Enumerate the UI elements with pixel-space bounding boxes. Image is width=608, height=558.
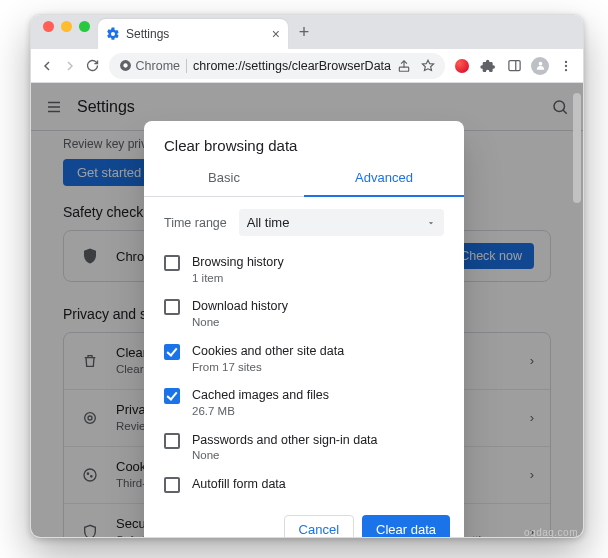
option-label: Autofill form data [192,476,286,493]
back-button[interactable] [37,53,58,79]
tab-title: Settings [126,27,266,41]
time-range-value: All time [247,215,290,230]
clear-data-button[interactable]: Clear data [362,515,450,538]
chrome-scheme-chip: Chrome [119,59,180,73]
svg-point-7 [565,64,567,66]
checkbox[interactable] [164,388,180,404]
window-controls [39,21,98,40]
tab-advanced[interactable]: Advanced [304,160,464,197]
checkbox[interactable] [164,299,180,315]
reload-button[interactable] [82,53,103,79]
svg-point-5 [538,62,542,66]
opera-extension-icon[interactable] [451,55,473,77]
scheme-label: Chrome [136,59,180,73]
new-tab-button[interactable]: + [292,20,316,44]
forward-button[interactable] [60,53,81,79]
dialog-body: Time range All time Browsing history1 it… [144,197,464,505]
browser-toolbar: Chrome chrome://settings/clearBrowserDat… [31,49,583,83]
window-maximize-button[interactable] [79,21,90,32]
browser-window: Settings × + Chrome chrome://settings/cl… [30,14,584,538]
chevron-down-icon [426,218,436,228]
dialog-option-row[interactable]: Browsing history1 item [164,248,444,292]
option-label: Cached images and files [192,387,329,404]
dialog-options-list: Browsing history1 itemDownload historyNo… [164,248,444,499]
option-sublabel: 26.7 MB [192,404,329,420]
option-sublabel: None [192,315,288,331]
avatar-icon [531,57,549,75]
svg-rect-2 [399,67,408,71]
option-sublabel: From 17 sites [192,360,344,376]
checkbox[interactable] [164,344,180,360]
svg-point-1 [123,63,127,67]
bookmark-icon[interactable] [421,59,435,73]
url-text: chrome://settings/clearBrowserData [193,59,391,73]
checkbox[interactable] [164,433,180,449]
chrome-icon [119,59,132,72]
option-sublabel: None [192,448,378,464]
address-bar[interactable]: Chrome chrome://settings/clearBrowserDat… [109,53,445,79]
option-sublabel: 1 item [192,271,284,287]
omnibox-divider [186,59,187,73]
option-label: Browsing history [192,254,284,271]
dialog-option-row[interactable]: Cached images and files26.7 MB [164,381,444,425]
cancel-button[interactable]: Cancel [284,515,354,538]
profile-avatar[interactable] [529,55,551,77]
window-minimize-button[interactable] [61,21,72,32]
tab-close-icon[interactable]: × [272,27,280,41]
share-icon[interactable] [397,59,411,73]
dialog-option-row[interactable]: Download historyNone [164,292,444,336]
overflow-menu-icon[interactable] [555,55,577,77]
time-range-row: Time range All time [164,209,444,236]
extension-icons [451,55,577,77]
tab-strip: Settings × + [31,15,583,49]
watermark: oqdaq.com [524,527,578,538]
option-label: Download history [192,298,288,315]
dialog-option-row[interactable]: Autofill form data [164,470,444,499]
dialog-tabs: Basic Advanced [144,160,464,197]
browser-tab[interactable]: Settings × [98,19,288,49]
window-close-button[interactable] [43,21,54,32]
page-scrollbar[interactable] [569,83,583,538]
dialog-actions: Cancel Clear data [144,505,464,538]
checkbox[interactable] [164,255,180,271]
tab-basic[interactable]: Basic [144,160,304,196]
svg-point-6 [565,60,567,62]
gear-icon [106,27,120,41]
time-range-select[interactable]: All time [239,209,444,236]
svg-rect-3 [508,61,519,71]
option-label: Cookies and other site data [192,343,344,360]
time-range-label: Time range [164,216,227,230]
opera-icon [455,59,469,73]
side-panel-icon[interactable] [503,55,525,77]
extensions-puzzle-icon[interactable] [477,55,499,77]
scrollbar-thumb[interactable] [573,93,581,203]
clear-browsing-data-dialog: Clear browsing data Basic Advanced Time … [144,121,464,538]
dialog-option-row[interactable]: Cookies and other site dataFrom 17 sites [164,337,444,381]
option-label: Passwords and other sign-in data [192,432,378,449]
dialog-title: Clear browsing data [144,121,464,160]
svg-point-8 [565,68,567,70]
dialog-option-row[interactable]: Passwords and other sign-in dataNone [164,426,444,470]
checkbox[interactable] [164,477,180,493]
settings-page: Settings Review key privacy and security… [31,83,583,538]
